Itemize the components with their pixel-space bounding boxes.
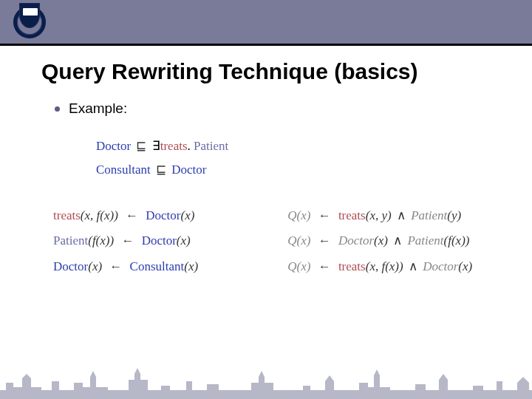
concept-doctor: Doctor [96,139,131,153]
slide-title: Query Rewriting Technique (basics) [0,46,532,84]
rules-right-column: Q(x) ← treats(x, y) ∧ Patient(y) Q(x) ← … [287,203,511,281]
role-treats: treats [160,139,188,153]
concept-doctor: Doctor [171,163,206,177]
query-head: Q(x) [287,208,310,222]
role-treats: treats [53,208,81,222]
rule-row: Patient(f(x)) ← Doctor(x) [53,228,256,254]
axiom-block: Doctor ⊑ ∃treats. Patient Consultant ⊑ D… [0,134,532,183]
dot: . [188,139,191,153]
concept-patient: Patient [194,139,228,153]
rules-columns: treats(x, f(x)) ← Doctor(x) Patient(f(x)… [0,203,532,281]
args: (x) [181,208,195,222]
axiom-2: Consultant ⊑ Doctor [96,158,532,182]
args: (x) [458,259,472,273]
axiom-1: Doctor ⊑ ∃treats. Patient [96,134,532,158]
concept-doctor: Doctor [423,259,458,273]
args: (f(x)) [444,233,470,248]
bullet-icon [55,106,60,112]
rule-row: Q(x) ← treats(x, f(x)) ∧ Doctor(x) [287,254,511,280]
arrow-left-icon: ← [314,233,335,248]
subsumption-symbol: ⊑ [154,163,168,177]
arrow-left-icon: ← [314,259,335,273]
bullet-label: Example: [69,100,127,117]
subsumption-symbol: ⊑ [134,139,149,153]
rule-row: Q(x) ← Doctor(x) ∧ Patient(f(x)) [287,228,511,254]
concept-doctor: Doctor [338,233,374,248]
rule-row: Doctor(x) ← Consultant(x) [53,254,256,280]
exists-symbol: ∃ [152,139,160,153]
query-head: Q(x) [287,259,310,273]
args: (x) [177,233,191,248]
rules-left-column: treats(x, f(x)) ← Doctor(x) Patient(f(x)… [53,203,256,281]
args: (x, f(x)) [366,259,403,273]
bullet-item: Example: [0,84,532,117]
arrow-left-icon: ← [314,208,335,222]
args: (x) [184,259,198,273]
args: (x) [88,259,102,273]
args: (x) [374,233,388,248]
rule-row: Q(x) ← treats(x, y) ∧ Patient(y) [287,203,511,229]
arrow-left-icon: ← [105,259,126,273]
rule-row: treats(x, f(x)) ← Doctor(x) [53,203,256,229]
concept-patient: Patient [411,208,447,222]
args: (x, f(x)) [81,208,118,222]
concept-doctor: Doctor [146,208,180,222]
query-head: Q(x) [287,233,310,248]
concept-consultant: Consultant [130,259,185,273]
concept-patient: Patient [53,233,88,248]
math-content: Doctor ⊑ ∃treats. Patient Consultant ⊑ D… [0,117,532,280]
conjunction-symbol: ∧ [406,259,420,273]
concept-doctor: Doctor [142,233,177,248]
args: (y) [447,208,461,222]
concept-consultant: Consultant [96,163,151,177]
role-treats: treats [338,208,366,222]
skyline-decoration [0,361,532,399]
concept-doctor: Doctor [53,259,88,273]
args: (x, y) [366,208,392,222]
arrow-left-icon: ← [117,233,138,248]
role-treats: treats [338,259,366,273]
skyline-icon [0,361,532,399]
header-bar [0,0,532,46]
conjunction-symbol: ∧ [391,233,404,248]
arrow-left-icon: ← [121,208,143,222]
args: (f(x)) [88,233,114,248]
university-crest-logo [13,3,46,43]
concept-patient: Patient [407,233,443,248]
conjunction-symbol: ∧ [395,208,408,222]
